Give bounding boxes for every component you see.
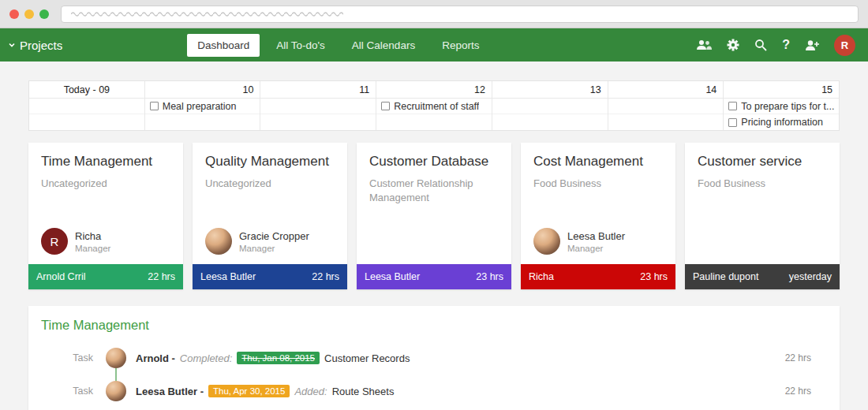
task-type-label: Task xyxy=(28,386,106,397)
projects-menu[interactable]: Projects xyxy=(8,39,62,52)
tab-all-todos[interactable]: All To-do's xyxy=(266,34,335,57)
task-avatar xyxy=(106,381,126,401)
tab-dashboard[interactable]: Dashboard xyxy=(187,34,260,57)
project-title[interactable]: Time Management xyxy=(41,154,170,170)
calendar-day-11[interactable]: 11 xyxy=(260,81,376,130)
project-title[interactable]: Customer service xyxy=(698,154,827,170)
project-footer[interactable]: Pauline dupont yesterday xyxy=(685,264,840,289)
task-hours: 22 hrs xyxy=(785,386,840,397)
project-title[interactable]: Customer Database xyxy=(369,154,499,170)
footer-assignee: Leesa Butler xyxy=(200,271,256,282)
tab-all-calendars[interactable]: All Calendars xyxy=(342,34,425,57)
task-row[interactable]: Task Arnold - Completed: Thu, Jan 08, 20… xyxy=(28,341,840,375)
calendar-day-label: Today - 09 xyxy=(29,81,144,99)
project-title[interactable]: Quality Management xyxy=(205,154,335,170)
calendar-day-today[interactable]: Today - 09 xyxy=(29,81,144,130)
footer-time: 23 hrs xyxy=(640,271,668,282)
brand-label: Projects xyxy=(20,39,62,52)
project-title[interactable]: Cost Management xyxy=(533,154,663,170)
project-category: Uncategorized xyxy=(41,177,170,191)
manager-name: Richa xyxy=(75,230,110,242)
calendar-day-13[interactable]: 13 xyxy=(492,81,608,130)
chevron-down-icon xyxy=(8,41,16,49)
calendar-day-12[interactable]: 12 Recruitment of staff xyxy=(376,81,492,130)
project-footer[interactable]: Leesa Butler 23 hrs xyxy=(357,264,511,289)
close-window-button[interactable] xyxy=(9,9,19,19)
checkbox[interactable] xyxy=(150,102,159,110)
manager-role: Manager xyxy=(75,244,110,253)
footer-time: 22 hrs xyxy=(148,271,175,282)
task-avatar xyxy=(106,348,126,368)
url-bar[interactable] xyxy=(61,6,859,23)
project-card[interactable]: Cost Management Food Business Leesa Butl… xyxy=(521,143,675,289)
main-navbar: Projects Dashboard All To-do's All Calen… xyxy=(0,28,868,62)
footer-time: 22 hrs xyxy=(312,271,339,282)
project-card[interactable]: Customer service Food Business Pauline d… xyxy=(685,143,840,289)
activity-title[interactable]: Time Management xyxy=(28,306,840,341)
footer-time: yesterday xyxy=(789,271,832,282)
project-card[interactable]: Time Management Uncategorized R Richa Ma… xyxy=(28,143,183,289)
search-icon[interactable] xyxy=(754,39,767,51)
manager-role: Manager xyxy=(567,244,625,253)
calendar-day-10[interactable]: 10 Meal preparation xyxy=(144,81,260,130)
users-icon[interactable] xyxy=(696,39,712,50)
task-status: Added: xyxy=(294,386,327,397)
browser-chrome xyxy=(0,0,868,28)
task-hours: 22 hrs xyxy=(785,352,840,363)
footer-assignee: Arnold Crril xyxy=(36,271,86,282)
task-owner[interactable]: Leesa Butler - xyxy=(136,386,204,397)
activity-panel: Time Management Task Arnold - Completed:… xyxy=(28,306,840,410)
checkbox[interactable] xyxy=(381,102,390,110)
manager-role: Manager xyxy=(239,244,309,253)
project-card[interactable]: Quality Management Uncategorized Gracie … xyxy=(193,143,347,289)
project-manager: R Richa Manager xyxy=(41,228,170,255)
project-manager: Gracie Cropper Manager xyxy=(205,228,335,255)
calendar-day-label: 14 xyxy=(608,81,724,99)
calendar-day-14[interactable]: 14 xyxy=(608,81,724,130)
project-footer[interactable]: Richa 23 hrs xyxy=(521,264,675,289)
task-row[interactable]: Task Leesa Butler - Thu, Apr 30, 2015 Ad… xyxy=(28,375,840,408)
task-item[interactable]: Customer Records xyxy=(324,352,410,364)
tab-reports[interactable]: Reports xyxy=(432,34,489,57)
calendar-day-15[interactable]: 15 To prepare tips for t... Pricing info… xyxy=(723,81,839,130)
calendar-day-label: 11 xyxy=(260,81,376,99)
nav-actions: ? R xyxy=(696,35,860,56)
footer-time: 23 hrs xyxy=(476,271,503,282)
task-date-badge: Thu, Apr 30, 2015 xyxy=(208,385,290,397)
checkbox[interactable] xyxy=(728,118,737,127)
calendar-task-label[interactable]: Meal preparation xyxy=(163,101,237,112)
project-category: Customer Relationship Management xyxy=(369,177,499,204)
minimize-window-button[interactable] xyxy=(24,9,34,19)
project-category: Food Business xyxy=(698,177,827,191)
project-category: Uncategorized xyxy=(205,177,335,191)
add-user-icon[interactable] xyxy=(805,39,819,51)
project-category: Food Business xyxy=(533,177,663,191)
project-footer[interactable]: Leesa Butler 22 hrs xyxy=(193,264,347,289)
manager-avatar: R xyxy=(41,228,68,255)
app-window: Projects Dashboard All To-do's All Calen… xyxy=(0,0,868,410)
task-owner[interactable]: Arnold - xyxy=(136,352,175,364)
calendar-task-label[interactable]: Recruitment of staff xyxy=(394,101,479,112)
help-icon[interactable]: ? xyxy=(782,38,790,52)
manager-avatar xyxy=(205,228,232,255)
calendar-task-label[interactable]: Pricing information xyxy=(741,117,823,128)
task-status: Completed: xyxy=(180,352,232,364)
project-card[interactable]: Customer Database Customer Relationship … xyxy=(357,143,511,289)
url-scribble xyxy=(71,10,343,18)
calendar-day-label: 12 xyxy=(376,81,492,99)
calendar-day-label: 13 xyxy=(492,81,608,99)
footer-assignee: Pauline dupont xyxy=(693,271,758,282)
checkbox[interactable] xyxy=(728,102,737,110)
footer-assignee: Richa xyxy=(529,271,554,282)
task-item[interactable]: Route Sheets xyxy=(332,386,395,397)
user-avatar[interactable]: R xyxy=(834,35,855,56)
project-footer[interactable]: Arnold Crril 22 hrs xyxy=(28,264,183,289)
project-cards: Time Management Uncategorized R Richa Ma… xyxy=(28,143,840,289)
gear-icon[interactable] xyxy=(727,39,739,51)
calendar-day-label: 10 xyxy=(145,81,260,99)
task-date-badge: Thu, Jan 08, 2015 xyxy=(237,352,320,364)
calendar-task-label[interactable]: To prepare tips for t... xyxy=(741,101,834,112)
zoom-window-button[interactable] xyxy=(39,9,49,19)
nav-tabs: Dashboard All To-do's All Calendars Repo… xyxy=(187,34,489,57)
project-manager: Leesa Butler Manager xyxy=(533,228,663,255)
